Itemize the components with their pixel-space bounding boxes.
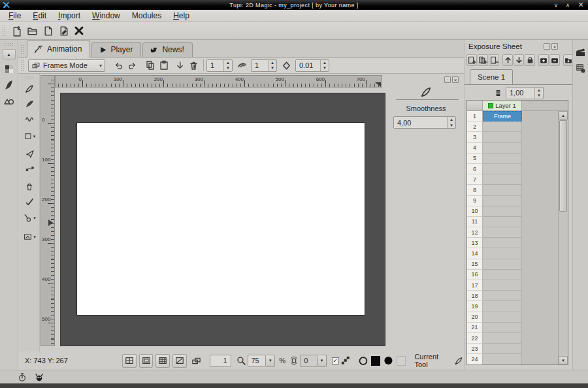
show-grid-button[interactable] (122, 354, 137, 368)
frame-number-cell[interactable]: 8 (467, 185, 483, 195)
lasso-tool-button[interactable]: ▾ (21, 211, 38, 225)
minimize-button[interactable]: ∨ (551, 2, 561, 8)
onion-frames-spinner[interactable]: 1 ▲▼ (251, 59, 277, 72)
frame-cell[interactable] (483, 280, 522, 291)
tools-drag-handle[interactable] (24, 76, 35, 80)
frame-cell[interactable] (483, 206, 522, 217)
rotation-dropdown-button[interactable]: ▾ (318, 355, 327, 367)
timer-button[interactable] (16, 371, 29, 383)
copy-frame-button[interactable] (143, 59, 157, 73)
new-project-button[interactable] (8, 23, 24, 39)
frame-number-cell[interactable]: 22 (467, 333, 483, 344)
layer-opacity-spinner[interactable]: 1,00 ▲▼ (506, 87, 544, 99)
pencil-tool-button[interactable] (21, 82, 38, 95)
close-panel-button[interactable]: ✕ (452, 76, 459, 83)
maximize-button[interactable]: ∧ (563, 2, 572, 8)
add-layer-button[interactable] (538, 54, 549, 66)
frame-number-cell[interactable]: 11 (467, 217, 483, 227)
frame-number-cell[interactable]: 16 (467, 270, 483, 280)
frame-number-cell[interactable]: 17 (467, 280, 483, 291)
onion-layers-button[interactable] (189, 354, 203, 368)
frame-cell[interactable] (483, 333, 522, 344)
brush-ring-icon[interactable] (358, 355, 368, 366)
move-frame-down-button[interactable] (514, 54, 524, 66)
frame-cell[interactable] (483, 196, 522, 206)
onion-skin-button[interactable] (235, 59, 249, 73)
remove-layer-button[interactable] (549, 54, 560, 66)
menu-edit[interactable]: Edit (27, 10, 52, 21)
frame-number-cell[interactable]: 6 (467, 164, 483, 174)
smoothness-spinner[interactable]: 4,00 ▲▼ (393, 116, 456, 129)
collapse-dock-button[interactable]: ▲ (3, 49, 16, 59)
menu-window[interactable]: Window (86, 10, 126, 21)
v-ruler-marker[interactable] (48, 219, 53, 226)
options-drag-handle[interactable] (20, 59, 25, 71)
fill-tool-button[interactable] (21, 180, 38, 193)
selection-tool-button[interactable] (21, 147, 38, 161)
scene-tab[interactable]: Scene 1 (470, 69, 513, 84)
frame-cell[interactable] (483, 291, 522, 301)
opacity-factor-button[interactable] (280, 59, 293, 73)
brush-tool-button[interactable] (21, 195, 38, 208)
foreground-color-swatch[interactable] (371, 356, 380, 366)
drawing-canvas[interactable] (76, 122, 365, 315)
exposure-dock-button[interactable] (575, 62, 587, 74)
frame-cell[interactable] (483, 301, 522, 312)
frame-number-cell[interactable]: 19 (467, 301, 483, 312)
frame-number-cell[interactable]: 9 (467, 196, 483, 206)
close-button[interactable]: ✕ (576, 1, 585, 9)
menu-help[interactable]: Help (167, 10, 195, 21)
undo-button[interactable] (112, 59, 125, 73)
zoom-level-field[interactable]: 75 (248, 355, 267, 367)
frame-cell[interactable] (483, 174, 522, 185)
frame-cell[interactable] (483, 143, 522, 154)
float-panel-button[interactable]: ◦ (444, 76, 451, 83)
brush-settings-icon[interactable] (3, 79, 15, 91)
scroll-down-button[interactable]: ▼ (559, 356, 568, 364)
color-palette-icon[interactable] (3, 63, 15, 75)
frame-number-cell[interactable]: 20 (467, 312, 483, 323)
background-color-swatch[interactable] (397, 356, 406, 366)
image-tool-button[interactable]: ▾ (21, 230, 38, 244)
frame-cell[interactable] (483, 217, 522, 227)
frame-cell[interactable]: Frame (483, 111, 522, 121)
toolbar-drag-handle[interactable] (2, 25, 7, 37)
smoothness-steppers[interactable]: ▲▼ (447, 117, 455, 128)
delete-frame-button[interactable] (187, 59, 201, 73)
frame-number-cell[interactable]: 5 (467, 154, 483, 164)
frame-number-cell[interactable]: 1 (467, 111, 483, 121)
frame-cell[interactable] (483, 121, 522, 132)
menu-import[interactable]: Import (52, 10, 86, 21)
tab-player[interactable]: Player (91, 42, 141, 57)
opacity-factor-steppers[interactable]: ▲▼ (320, 60, 329, 71)
remove-frame-button[interactable] (489, 54, 499, 66)
frame-cell[interactable] (483, 323, 522, 333)
frame-number-cell[interactable]: 21 (467, 323, 483, 333)
insert-frame-button[interactable] (466, 54, 477, 66)
frame-number-cell[interactable]: 12 (467, 227, 483, 238)
dock-drag-handle[interactable] (4, 42, 14, 47)
frame-cell[interactable] (483, 259, 522, 270)
redo-button[interactable] (125, 59, 139, 73)
scenes-manager-button[interactable] (575, 46, 587, 58)
frame-number-cell[interactable]: 10 (467, 206, 483, 217)
dense-grid-button[interactable] (155, 354, 170, 368)
rotation-field[interactable]: 0 (300, 355, 318, 367)
frame-cell[interactable] (483, 248, 522, 259)
import-project-button[interactable] (56, 23, 71, 39)
close-project-button[interactable] (71, 23, 87, 39)
save-project-button[interactable] (40, 23, 56, 39)
frame-cell[interactable] (483, 270, 522, 280)
frames-scrollbar[interactable]: ▲ ▼ (558, 111, 568, 364)
open-project-button[interactable] (24, 23, 40, 39)
float-exposure-button[interactable]: ◦ (544, 43, 550, 50)
menu-modules[interactable]: Modules (126, 10, 167, 21)
frame-cell[interactable] (483, 132, 522, 142)
move-frame-up-button[interactable] (502, 54, 513, 66)
fill-color-circle[interactable] (384, 355, 393, 366)
frame-cell[interactable] (483, 238, 522, 248)
current-frame-field[interactable]: 1 (210, 355, 231, 367)
frames-count-steppers[interactable]: ▲▼ (223, 60, 232, 71)
frames-count-spinner[interactable]: 1 ▲▼ (206, 59, 233, 72)
frame-number-cell[interactable]: 7 (467, 174, 483, 185)
